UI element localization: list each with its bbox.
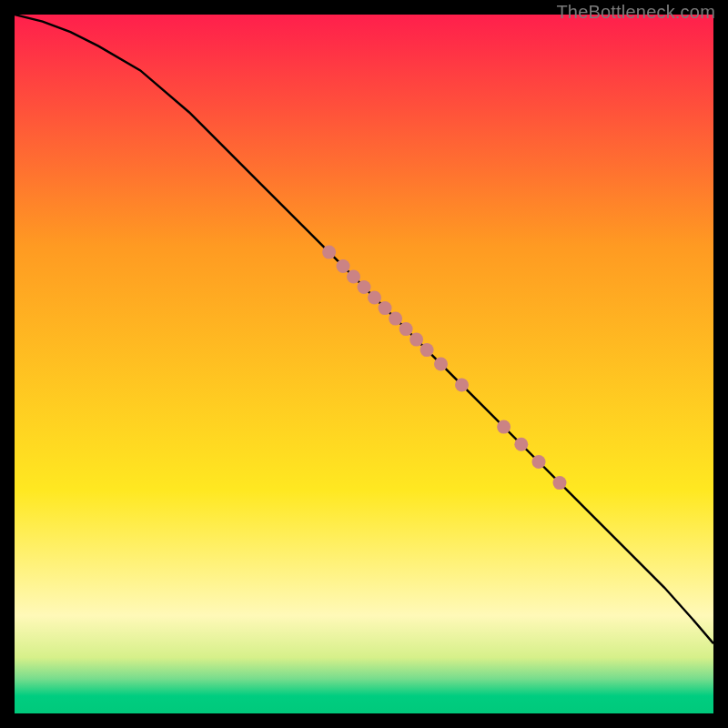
data-point: [514, 438, 528, 451]
data-point: [358, 280, 371, 294]
data-point: [497, 420, 511, 434]
chart-background-gradient: [15, 15, 713, 713]
data-point: [434, 358, 448, 371]
chart-plot-area: [15, 15, 713, 713]
data-point: [379, 301, 392, 315]
chart-svg: [15, 15, 713, 713]
data-point: [368, 291, 381, 305]
chart-frame: TheBottleneck.com: [0, 0, 728, 728]
data-point: [389, 312, 402, 326]
data-point: [410, 333, 423, 347]
watermark-text: TheBottleneck.com: [556, 2, 715, 23]
data-point: [532, 455, 546, 469]
data-point: [553, 476, 567, 490]
data-point: [337, 259, 350, 273]
data-point: [455, 379, 469, 392]
data-point: [347, 270, 360, 284]
data-point: [420, 343, 434, 357]
data-point: [399, 322, 413, 336]
data-point: [322, 246, 336, 259]
